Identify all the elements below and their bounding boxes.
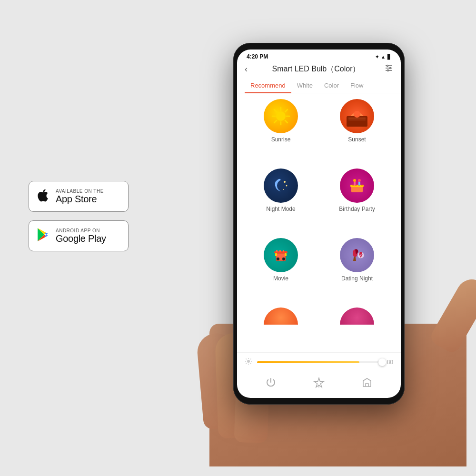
tab-color[interactable]: Color <box>318 78 345 93</box>
mode-sunset[interactable]: Sunset <box>321 99 393 165</box>
svg-point-6 <box>276 111 286 121</box>
extra-circle-2 <box>340 307 374 325</box>
mode-dating[interactable]: Dating Night <box>321 238 393 304</box>
svg-line-12 <box>285 120 288 123</box>
svg-rect-15 <box>347 116 367 127</box>
svg-point-26 <box>353 179 356 182</box>
battery-icon: ▋ <box>387 54 391 60</box>
mode-movie[interactable]: Movie <box>245 238 317 304</box>
bluetooth-icon: ✦ <box>375 54 379 60</box>
tab-recommend[interactable]: Recommend <box>245 78 291 93</box>
googleplay-large-label: Google Play <box>56 233 106 244</box>
tab-flow[interactable]: Flow <box>345 78 369 93</box>
mode-night[interactable]: Night Mode <box>245 169 317 234</box>
modes-grid: Sunrise Sunset <box>237 93 401 352</box>
svg-point-32 <box>277 258 279 260</box>
sunrise-circle <box>264 99 298 133</box>
phone-device: 4:20 PM ✦ ▲ ▋ ‹ Smart LED Bulb（Color） <box>233 43 405 405</box>
mode-birthday[interactable]: Birthday Party <box>321 169 393 234</box>
svg-rect-34 <box>276 250 278 252</box>
night-mode-label: Night Mode <box>266 206 295 212</box>
app-title: Smart LED Bulb（Color） <box>272 64 360 74</box>
googleplay-badge[interactable]: ANDROID APP ON Google Play <box>29 220 129 251</box>
svg-rect-30 <box>275 253 277 256</box>
sunset-circle <box>340 99 374 133</box>
svg-point-5 <box>387 70 388 71</box>
svg-point-39 <box>359 252 362 255</box>
app-header: ‹ Smart LED Bulb（Color） <box>237 62 401 78</box>
svg-line-45 <box>246 359 247 360</box>
night-circle <box>264 169 298 203</box>
svg-point-20 <box>286 185 288 187</box>
tabs-bar: Recommend White Color Flow <box>237 78 401 93</box>
svg-line-48 <box>246 363 247 364</box>
tab-white[interactable]: White <box>291 78 318 93</box>
brightness-slider[interactable] <box>257 361 382 363</box>
svg-point-3 <box>387 65 388 67</box>
hand-thumb <box>428 274 476 355</box>
sunrise-label: Sunrise <box>271 136 291 143</box>
apple-icon <box>36 188 51 205</box>
svg-line-14 <box>274 120 277 123</box>
dating-circle <box>340 238 374 272</box>
mode-extra-2[interactable] <box>321 307 393 347</box>
appstore-small-label: Available on the <box>56 188 104 194</box>
slider-thumb[interactable] <box>378 358 386 366</box>
brightness-icon <box>245 357 252 367</box>
scene-nav-icon[interactable] <box>361 377 373 391</box>
birthday-label: Birthday Party <box>339 206 375 212</box>
power-nav-icon[interactable] <box>265 377 277 391</box>
brightness-value: 80 <box>387 359 393 366</box>
svg-point-16 <box>354 111 360 118</box>
svg-line-13 <box>285 109 288 112</box>
status-icons: ✦ ▲ ▋ <box>375 54 391 60</box>
svg-point-40 <box>247 360 250 363</box>
dating-label: Dating Night <box>341 275 373 282</box>
phone-hand-container: 4:20 PM ✦ ▲ ▋ ‹ Smart LED Bulb（Color） <box>190 14 476 466</box>
movie-circle <box>264 238 298 272</box>
svg-point-33 <box>282 258 285 260</box>
phone-screen: 4:20 PM ✦ ▲ ▋ ‹ Smart LED Bulb（Color） <box>237 50 401 398</box>
mode-sunrise[interactable]: Sunrise <box>245 99 317 165</box>
svg-line-46 <box>250 363 251 364</box>
wifi-icon: ▲ <box>381 54 386 60</box>
status-bar: 4:20 PM ✦ ▲ ▋ <box>237 50 401 62</box>
badges-container: Available on the App Store ANDROID APP O… <box>29 181 129 251</box>
svg-point-19 <box>284 181 286 183</box>
svg-rect-36 <box>283 250 284 252</box>
googleplay-icon <box>36 227 51 245</box>
googleplay-small-label: ANDROID APP ON <box>56 228 106 233</box>
appstore-badge[interactable]: Available on the App Store <box>29 181 129 212</box>
extra-circle-1 <box>264 307 298 325</box>
svg-point-4 <box>389 68 391 69</box>
favorites-nav-icon[interactable] <box>313 377 325 391</box>
brightness-control: 80 <box>237 352 401 372</box>
svg-rect-35 <box>279 250 281 252</box>
googleplay-text: ANDROID APP ON Google Play <box>56 228 106 244</box>
appstore-large-label: App Store <box>56 194 104 205</box>
mode-extra-1[interactable] <box>245 307 317 347</box>
movie-label: Movie <box>273 275 288 282</box>
appstore-text: Available on the App Store <box>56 188 104 205</box>
slider-fill <box>257 361 359 363</box>
bottom-nav <box>237 372 401 398</box>
settings-button[interactable] <box>385 64 393 74</box>
status-time: 4:20 PM <box>247 53 268 60</box>
sunset-label: Sunset <box>348 136 366 143</box>
svg-line-47 <box>250 359 251 360</box>
birthday-circle <box>340 169 374 203</box>
back-button[interactable]: ‹ <box>245 64 248 74</box>
svg-rect-31 <box>285 253 287 256</box>
svg-point-27 <box>358 179 361 182</box>
svg-line-11 <box>274 109 277 112</box>
svg-point-21 <box>283 189 284 190</box>
